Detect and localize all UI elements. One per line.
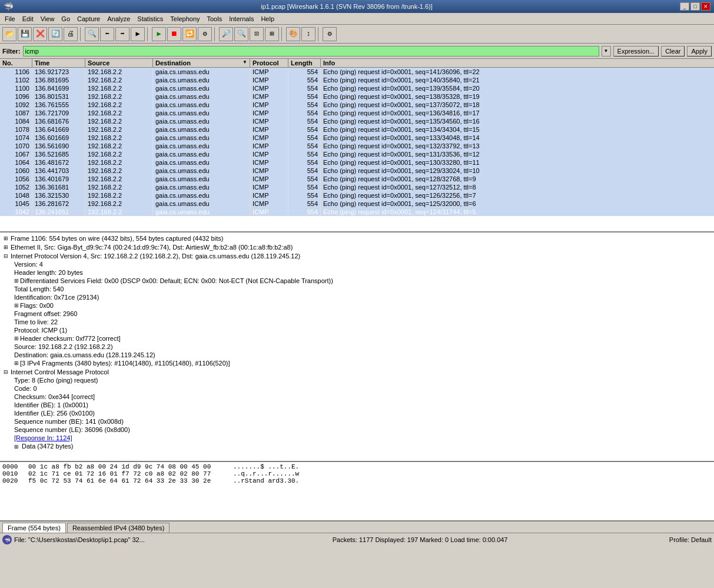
maximize-button[interactable]: □ — [690, 2, 700, 11]
table-row[interactable]: 1060 136.441703 192.168.2.2 gaia.cs.umas… — [0, 167, 714, 175]
header-info[interactable]: Info — [321, 59, 714, 67]
bottom-tab-1[interactable]: Reassembled IPv4 (3480 bytes) — [67, 523, 170, 533]
toolbar-stop-capture[interactable]: ⏹ — [167, 27, 181, 41]
filter-label: Filter: — [2, 48, 21, 55]
frame-header[interactable]: ⊞ Frame 1106: 554 bytes on wire (4432 bi… — [1, 234, 713, 242]
toolbar-go-button[interactable]: ▶ — [131, 27, 145, 41]
header-protocol[interactable]: Protocol — [250, 59, 288, 67]
detail-text: Differentiated Services Field: 0x00 (DSC… — [20, 277, 333, 284]
row-proto: ICMP — [250, 101, 288, 109]
filter-input[interactable] — [23, 46, 599, 57]
toolbar-save-button[interactable]: 💾 — [18, 27, 32, 41]
detail-line[interactable]: ⊞ Data (3472 bytes) — [13, 442, 713, 450]
ip-header[interactable]: ⊟ Internet Protocol Version 4, Src: 192.… — [1, 252, 713, 260]
toolbar-zoom-normal[interactable]: ⊡ — [250, 27, 264, 41]
header-no[interactable]: No. — [0, 59, 32, 67]
toolbar-resize-columns[interactable]: ⊞ — [265, 27, 279, 41]
row-no: 1084 — [0, 117, 32, 125]
expand-icon: ⊞ — [14, 444, 19, 450]
bottom-tab-0[interactable]: Frame (554 bytes) — [2, 523, 66, 533]
header-source[interactable]: Source — [85, 59, 153, 67]
row-src: 192.168.2.2 — [85, 158, 153, 167]
detail-line: Time to live: 22 — [13, 318, 713, 326]
row-src: 192.168.2.2 — [85, 134, 153, 142]
row-time: 136.241651 — [32, 208, 85, 216]
toolbar-next-button[interactable]: ➡ — [115, 27, 129, 41]
toolbar-prefs-button[interactable]: ⚙ — [323, 27, 337, 41]
row-no: 1064 — [0, 158, 32, 167]
menu-item-statistics[interactable]: Statistics — [134, 14, 167, 24]
table-row[interactable]: 1070 136.561690 192.168.2.2 gaia.cs.umas… — [0, 142, 714, 150]
row-len: 554 — [288, 175, 321, 183]
menu-item-telephony[interactable]: Telephony — [167, 14, 203, 24]
table-row[interactable]: 1048 136.321530 192.168.2.2 gaia.cs.umas… — [0, 191, 714, 200]
table-row[interactable]: 1064 136.481672 192.168.2.2 gaia.cs.umas… — [0, 158, 714, 167]
apply-button[interactable]: Apply — [687, 46, 712, 57]
table-row[interactable]: 1074 136.601669 192.168.2.2 gaia.cs.umas… — [0, 134, 714, 142]
table-row[interactable]: 1096 136.801531 192.168.2.2 gaia.cs.umas… — [0, 92, 714, 101]
menu-item-tools[interactable]: Tools — [204, 14, 226, 24]
toolbar-colorize[interactable]: 🎨 — [286, 27, 300, 41]
close-button[interactable]: ✕ — [701, 2, 710, 11]
toolbar-autoscroll[interactable]: ↕ — [301, 27, 316, 41]
detail-link[interactable]: [Response In: 1124] — [13, 434, 713, 442]
table-row[interactable]: 1042 136.241651 192.168.2.2 gaia.cs.umas… — [0, 208, 714, 216]
table-row[interactable]: 1092 136.761555 192.168.2.2 gaia.cs.umas… — [0, 101, 714, 109]
toolbar-prev-button[interactable]: ⬅ — [100, 27, 114, 41]
svg-text:🦈: 🦈 — [4, 537, 11, 544]
toolbar-open-button[interactable]: 📂 — [2, 27, 16, 41]
menu-item-capture[interactable]: Capture — [74, 14, 104, 24]
header-destination[interactable]: Destination▼ — [153, 59, 250, 67]
toolbar-start-capture[interactable]: ▶ — [152, 27, 166, 41]
toolbar-capture-options[interactable]: ⚙ — [198, 27, 212, 41]
menu-item-help[interactable]: Help — [257, 14, 278, 24]
table-row[interactable]: 1067 136.521685 192.168.2.2 gaia.cs.umas… — [0, 150, 714, 158]
clear-button[interactable]: Clear — [661, 46, 685, 57]
table-row[interactable]: 1084 136.681676 192.168.2.2 gaia.cs.umas… — [0, 117, 714, 125]
table-row[interactable]: 1087 136.721709 192.168.2.2 gaia.cs.umas… — [0, 109, 714, 117]
menu-item-file[interactable]: File — [1, 14, 19, 24]
row-proto: ICMP — [250, 142, 288, 150]
expression-button[interactable]: Expression... — [613, 46, 659, 57]
toolbar-print-button[interactable]: 🖨 — [64, 27, 78, 41]
toolbar-zoom-in[interactable]: 🔎 — [219, 27, 233, 41]
row-dst: gaia.cs.umass.edu — [153, 134, 250, 142]
row-proto: ICMP — [250, 134, 288, 142]
detail-line: Sequence number (LE): 36096 (0x8d00) — [13, 426, 713, 434]
table-row[interactable]: 1045 136.281672 192.168.2.2 gaia.cs.umas… — [0, 200, 714, 208]
detail-line[interactable]: ⊞ Flags: 0x00 — [13, 301, 713, 310]
header-length[interactable]: Length — [288, 59, 321, 67]
minimize-button[interactable]: _ — [680, 2, 689, 11]
table-row[interactable]: 1056 136.401679 192.168.2.2 gaia.cs.umas… — [0, 175, 714, 183]
filter-dropdown-button[interactable]: ▼ — [602, 46, 611, 57]
row-time: 136.921723 — [32, 68, 85, 76]
row-len: 554 — [288, 109, 321, 117]
menu-item-analyze[interactable]: Analyze — [104, 14, 134, 24]
table-row[interactable]: 1106 136.921723 192.168.2.2 gaia.cs.umas… — [0, 68, 714, 76]
table-row[interactable]: 1100 136.841699 192.168.2.2 gaia.cs.umas… — [0, 84, 714, 92]
header-time[interactable]: Time — [32, 59, 85, 67]
toolbar-find-button[interactable]: 🔍 — [85, 27, 99, 41]
menu-item-go[interactable]: Go — [58, 14, 74, 24]
icmp-header[interactable]: ⊟ Internet Control Message Protocol — [1, 368, 713, 376]
ethernet-header[interactable]: ⊞ Ethernet II, Src: Giga-Byt_d9:9c:74 (0… — [1, 243, 713, 251]
detail-line: Destination: gaia.cs.umass.edu (128.119.… — [13, 351, 713, 359]
row-dst: gaia.cs.umass.edu — [153, 208, 250, 216]
toolbar-close-button[interactable]: ❌ — [33, 27, 47, 41]
row-time: 136.641669 — [32, 125, 85, 134]
menu-item-internals[interactable]: Internals — [225, 14, 257, 24]
detail-line: Identifier (LE): 256 (0x0100) — [13, 409, 713, 417]
menu-item-view[interactable]: View — [37, 14, 58, 24]
filterbar: Filter: ▼ Expression... Clear Apply — [0, 44, 714, 59]
toolbar-zoom-out[interactable]: 🔍 — [234, 27, 248, 41]
table-row[interactable]: 1102 136.881695 192.168.2.2 gaia.cs.umas… — [0, 76, 714, 84]
table-row[interactable]: 1052 136.361681 192.168.2.2 gaia.cs.umas… — [0, 183, 714, 191]
toolbar-reload-button[interactable]: 🔄 — [48, 27, 62, 41]
toolbar-restart-capture[interactable]: 🔁 — [182, 27, 197, 41]
detail-line[interactable]: ⊞ Header checksum: 0xf772 [correct] — [13, 334, 713, 343]
detail-line[interactable]: ⊞ [3 IPv4 Fragments (3480 bytes): #1104(… — [13, 359, 713, 367]
menu-item-edit[interactable]: Edit — [19, 14, 37, 24]
detail-line[interactable]: ⊞ Differentiated Services Field: 0x00 (D… — [13, 277, 713, 285]
table-row[interactable]: 1078 136.641669 192.168.2.2 gaia.cs.umas… — [0, 125, 714, 134]
expand-icon: ⊞ — [14, 335, 19, 341]
